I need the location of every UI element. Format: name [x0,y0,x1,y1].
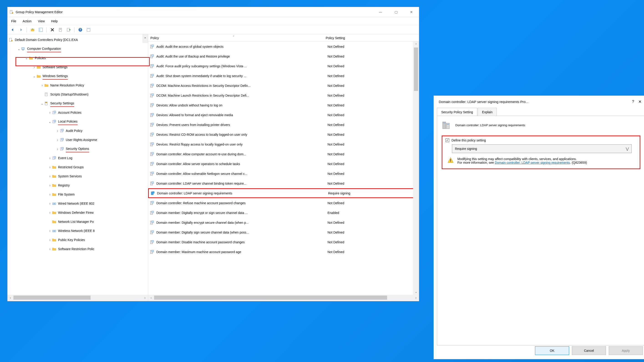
expand-icon[interactable]: › [48,155,52,161]
policy-row[interactable]: Domain controller: Refuse machine accoun… [148,198,419,208]
delete-button[interactable] [49,26,56,33]
expand-icon[interactable]: › [48,164,52,170]
tree-item[interactable]: ›Software Settings [8,62,148,72]
tree-item[interactable]: ›Security Options [8,144,148,153]
policy-row[interactable]: Domain member: Digitally encrypt secure … [148,218,419,227]
tree-view[interactable]: Default Domain Controllers Policy [DC1.E… [8,34,148,301]
policy-row[interactable]: Audit: Audit the use of Backup and Resto… [148,51,419,61]
expand-icon[interactable]: › [32,64,37,70]
expand-icon[interactable]: › [48,109,52,116]
cancel-button[interactable]: Cancel [572,346,606,355]
scroll-right-icon[interactable]: › [413,295,419,301]
expand-icon[interactable]: ⌄ [32,73,37,79]
policy-value-dropdown[interactable]: Require signing ⋁ [452,144,632,153]
menu-help[interactable]: Help [51,19,58,23]
tree-item[interactable]: Scripts (Startup/Shutdown) [8,90,148,99]
show-hide-tree-button[interactable] [37,26,44,33]
expand-icon[interactable]: ⌄ [24,55,29,61]
policy-row[interactable]: Domain controller: Allow computer accoun… [148,149,419,159]
tree-item[interactable]: ›Wireless Network (IEEE 8 [8,226,148,235]
policy-row[interactable]: Devices: Restrict floppy access to local… [148,139,419,149]
expand-icon[interactable]: › [48,228,52,234]
expand-icon[interactable]: › [55,146,60,152]
expand-icon[interactable]: › [55,137,60,143]
close-button[interactable]: ✕ [406,9,417,15]
expand-icon[interactable]: ⌄ [40,100,44,107]
policy-row[interactable]: Devices: Allow undock without having to … [148,100,419,110]
tree-item[interactable]: ›Software Restriction Polic [8,244,148,254]
expand-icon[interactable]: ⌄ [16,46,21,52]
tree-item[interactable]: ›Event Log [8,153,148,163]
expand-icon[interactable]: › [40,82,44,88]
scroll-up-icon[interactable]: ⌃ [142,34,148,43]
policy-row[interactable]: Domain member: Digitally encrypt or sign… [148,208,419,218]
expand-icon[interactable]: › [48,209,52,216]
filter-button[interactable] [85,26,92,33]
tree-item[interactable]: ⌄Windows Settings [8,72,148,81]
policy-row[interactable]: Domain member: Digitally sign secure cha… [148,227,419,237]
define-policy-checkbox[interactable]: ✓ [446,138,449,142]
tree-item[interactable]: ›Windows Defender Firew [8,208,148,217]
expand-icon[interactable]: › [48,237,52,243]
list-header[interactable]: Policy ⌃ Policy Setting [148,34,419,42]
ok-button[interactable]: OK [535,346,569,355]
tree-hscroll[interactable]: ‹ › [8,295,148,301]
tree-item[interactable]: ⌄Policies [8,53,148,62]
tree-item[interactable]: ⌄Computer Configuration [8,44,148,53]
col-policy-setting[interactable]: Policy Setting [326,36,419,40]
help-button[interactable]: ? [77,26,84,33]
menu-view[interactable]: View [38,19,44,23]
policy-row[interactable]: Devices: Prevent users from installing p… [148,120,419,130]
tree-item[interactable]: ›File System [8,190,148,199]
policy-row[interactable]: Audit: Force audit policy subcategory se… [148,61,419,71]
expand-icon[interactable]: › [48,182,52,189]
tree-item[interactable]: ›Public Key Policies [8,235,148,244]
expand-icon[interactable]: › [48,173,52,179]
titlebar[interactable]: Group Policy Management Editor — ▢ ✕ [8,7,419,17]
tree-root[interactable]: Default Domain Controllers Policy [DC1.E… [8,35,148,44]
tree-item[interactable]: ⌄Security Settings [8,99,148,108]
scroll-left-icon[interactable]: ‹ [8,295,14,301]
menu-action[interactable]: Action [23,19,32,23]
list-hscroll[interactable]: ‹ › [148,295,419,301]
policy-row[interactable]: Domain member: Disable machine account p… [148,237,419,247]
menu-file[interactable]: File [11,19,16,23]
help-icon[interactable]: ? [630,100,636,104]
tab-security-policy-setting[interactable]: Security Policy Setting [437,108,477,116]
warning-link[interactable]: Domain controller: LDAP server signing r… [495,161,570,164]
tree-item[interactable]: ›Audit Policy [8,126,148,135]
policy-row[interactable]: Domain controller: LDAP server channel b… [148,178,419,188]
tree-item[interactable]: ›Account Policies [8,108,148,117]
tree-item[interactable]: ⌄Local Policies [8,117,148,126]
tree-item[interactable]: ›Name Resolution Policy [8,81,148,90]
policy-row[interactable]: Domain member: Maximum machine account p… [148,247,419,257]
apply-button[interactable]: Apply [609,346,643,355]
expand-icon[interactable]: › [48,246,52,252]
minimize-button[interactable]: — [375,9,386,15]
list-vscroll[interactable]: ⌃ ⌄ [413,42,419,295]
nav-back-button[interactable] [9,26,16,33]
col-policy[interactable]: Policy [148,36,326,40]
tree-item[interactable]: Network List Manager Po [8,217,148,226]
policy-row[interactable]: Domain controller: Allow server operator… [148,159,419,169]
policy-row[interactable]: Domain controller: LDAP server signing r… [148,188,419,198]
export-button[interactable] [65,26,72,33]
scroll-left-icon[interactable]: ‹ [148,295,154,301]
scroll-right-icon[interactable]: › [142,295,148,301]
policy-row[interactable]: Devices: Allowed to format and eject rem… [148,110,419,120]
close-icon[interactable]: ✕ [636,99,643,104]
tab-explain[interactable]: Explain [478,108,497,116]
tree-item[interactable]: ›Restricted Groups [8,163,148,172]
tree-item[interactable]: ›User Rights Assignme [8,135,148,144]
scroll-down-icon[interactable]: ⌄ [413,289,419,295]
scroll-up-icon[interactable]: ⌃ [413,42,419,47]
policy-row[interactable]: Audit: Audit the access of global system… [148,42,419,51]
expand-icon[interactable]: › [48,200,52,207]
nav-forward-button[interactable] [18,26,24,33]
policy-row[interactable]: Audit: Shut down system immediately if u… [148,71,419,81]
maximize-button[interactable]: ▢ [391,9,401,15]
up-button[interactable] [29,26,36,33]
policy-row[interactable]: DCOM: Machine Launch Restrictions in Sec… [148,90,419,100]
tree-item[interactable]: ›System Services [8,172,148,181]
properties-button[interactable] [57,26,64,33]
